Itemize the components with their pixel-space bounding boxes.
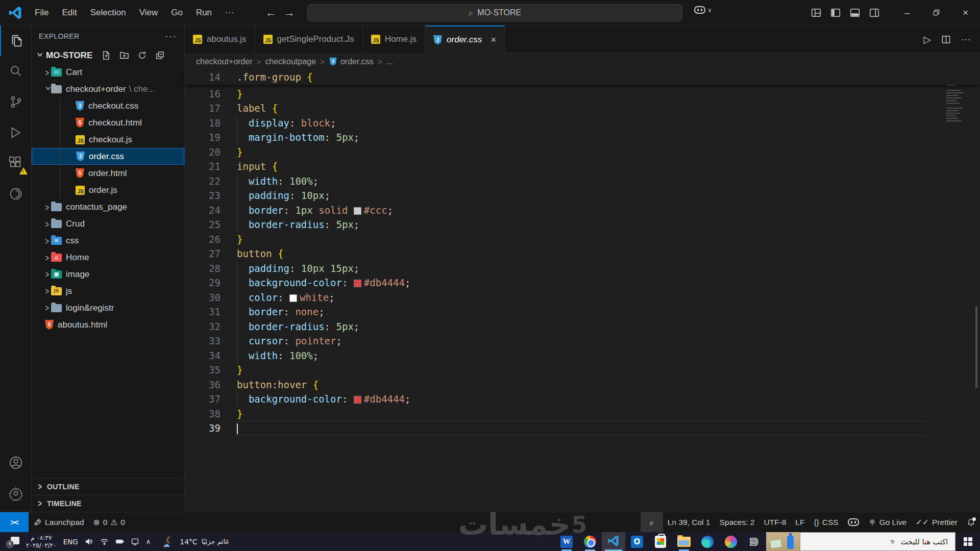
code-line-23[interactable]: 23 padding: 10px;: [185, 188, 980, 203]
menu-edit[interactable]: Edit: [57, 6, 82, 20]
taskbar-app-word[interactable]: W: [555, 532, 578, 551]
code-line-25[interactable]: 25 border-radius: 5px;: [185, 217, 980, 232]
tab-getsingleproduct.js[interactable]: JSgetSingleProduct.Js: [255, 26, 363, 53]
menu-run[interactable]: Run: [191, 6, 217, 20]
tree-item-login-registr[interactable]: >login&registr: [32, 299, 184, 316]
restore-button[interactable]: [922, 0, 951, 25]
tab-home.js[interactable]: JSHome.js: [363, 26, 425, 53]
problems-status[interactable]: ⊗ 0 ⚠ 0: [89, 512, 130, 533]
taskbar-app-explorer[interactable]: [672, 532, 696, 551]
extension-circle-icon[interactable]: [0, 179, 32, 209]
language-indicator[interactable]: ENG: [63, 538, 78, 546]
menu-go[interactable]: Go: [166, 6, 188, 20]
tree-item-checkout-js[interactable]: JScheckout.js: [32, 131, 184, 148]
toggle-secondary-sidebar-icon[interactable]: [869, 7, 880, 18]
code-line-19[interactable]: 19 margin-bottom: 5px;: [185, 130, 980, 145]
menu-file[interactable]: File: [30, 6, 54, 20]
code-line-36[interactable]: 36button:hover {: [185, 378, 980, 392]
close-window-button[interactable]: ×: [951, 0, 980, 25]
indentation-status[interactable]: Spaces: 2: [715, 512, 759, 533]
code-line-16[interactable]: 16}: [185, 87, 980, 102]
taskbar-app-designer[interactable]: [719, 532, 743, 551]
command-center-search[interactable]: ⌕ MO-STORE: [307, 4, 682, 21]
tree-item-order-html[interactable]: 5order.html: [32, 165, 184, 182]
explorer-view-icon[interactable]: [0, 26, 32, 56]
code-area[interactable]: 14.form-group { 16}17label {18 display: …: [185, 70, 980, 512]
forward-button[interactable]: →: [284, 6, 295, 19]
run-file-icon[interactable]: ▷: [923, 34, 931, 45]
code-line-33[interactable]: 33 cursor: pointer;: [185, 334, 980, 348]
minimize-button[interactable]: –: [893, 0, 922, 25]
back-button[interactable]: ←: [265, 6, 277, 19]
code-line-37[interactable]: 37 background-color: #db4444;: [185, 392, 980, 407]
tray-overflow-chevron[interactable]: ∧: [146, 538, 151, 545]
taskbar-clock[interactable]: ٠٨:٣٧ م ٢٠٢٥/٠٣/٢٠: [26, 534, 57, 549]
code-line-35[interactable]: 35}: [185, 363, 980, 378]
start-button[interactable]: [955, 532, 980, 551]
language-mode[interactable]: {} CSS: [809, 512, 843, 533]
tree-item-order-js[interactable]: JSorder.js: [32, 182, 184, 198]
wifi-icon[interactable]: [100, 537, 109, 546]
settings-gear-icon[interactable]: [0, 478, 32, 509]
breadcrumb-item[interactable]: ...: [386, 57, 393, 66]
code-line-29[interactable]: 29 background-color: #db4444;: [185, 276, 980, 290]
zoom-indicator[interactable]: ⌕: [641, 512, 663, 533]
code-line-39[interactable]: 39: [185, 421, 980, 436]
taskbar-app-chrome[interactable]: [578, 532, 602, 551]
source-control-icon[interactable]: [0, 87, 32, 117]
breadcrumb-item[interactable]: checkoutpage: [265, 57, 316, 66]
remote-indicator[interactable]: ><: [0, 512, 29, 533]
editor-scrollbar[interactable]: [975, 306, 977, 388]
menu-selection[interactable]: Selection: [85, 6, 131, 20]
tree-item-image[interactable]: >▣image: [32, 266, 184, 283]
tree-item-home[interactable]: >⌂Home: [32, 249, 184, 266]
toggle-primary-sidebar-icon[interactable]: [830, 7, 841, 18]
toggle-panel-icon[interactable]: [849, 7, 861, 18]
code-line-24[interactable]: 24 border: 1px solid #ccc;: [185, 203, 980, 218]
close-tab-icon[interactable]: ×: [491, 35, 496, 45]
cursor-position[interactable]: Ln 39, Col 1: [663, 512, 715, 533]
search-view-icon[interactable]: [0, 56, 32, 87]
tree-item-aboutus-html[interactable]: 5aboutus.html: [32, 316, 184, 333]
code-line-28[interactable]: 28 padding: 10px 15px;: [185, 261, 980, 276]
code-line-22[interactable]: 22 width: 100%;: [185, 174, 980, 189]
taskbar-app-edge[interactable]: [696, 532, 719, 551]
news-widget-thumbnail[interactable]: [766, 532, 800, 551]
code-line-20[interactable]: 20}: [185, 145, 980, 160]
action-center-icon[interactable]: 6: [7, 537, 19, 547]
refresh-icon[interactable]: [137, 51, 147, 60]
copilot-status[interactable]: [843, 512, 864, 533]
tree-item-js[interactable]: >JSjs: [32, 283, 184, 299]
new-folder-icon[interactable]: [119, 51, 129, 60]
code-line-38[interactable]: 38}: [185, 407, 980, 421]
tree-item-crud[interactable]: >Crud: [32, 215, 184, 232]
code-line-32[interactable]: 32 border-radius: 5px;: [185, 319, 980, 334]
code-line-18[interactable]: 18 display: block;: [185, 116, 980, 131]
tree-item-checkout-order[interactable]: >checkout+order\ che...: [32, 81, 184, 97]
explorer-more-actions[interactable]: ···: [165, 31, 177, 42]
screen-sketch-icon[interactable]: [131, 537, 139, 546]
tree-item-checkout-css[interactable]: 3checkout.css: [32, 97, 184, 114]
weather-widget[interactable]: ☾☁ 14°C غائم جزئيًا: [162, 536, 229, 547]
tree-item-contactus-page[interactable]: >contactus_page: [32, 198, 184, 215]
menu-view[interactable]: View: [134, 6, 163, 20]
encoding-status[interactable]: UTF-8: [759, 512, 791, 533]
code-line-17[interactable]: 17label {: [185, 101, 980, 116]
code-line-21[interactable]: 21input {: [185, 159, 980, 174]
code-line-34[interactable]: 34 width: 100%;: [185, 348, 980, 363]
battery-icon[interactable]: [115, 537, 124, 546]
code-line-30[interactable]: 30 color: white;: [185, 290, 980, 305]
extensions-icon[interactable]: [0, 148, 32, 179]
volume-icon[interactable]: [85, 537, 93, 546]
taskbar-app-outlook[interactable]: O: [625, 532, 649, 551]
code-line-31[interactable]: 31 border: none;: [185, 305, 980, 319]
section-outline[interactable]: >OUTLINE: [32, 478, 184, 495]
eol-status[interactable]: LF: [791, 512, 809, 533]
section-timeline[interactable]: >TIMELINE: [32, 495, 184, 512]
launchpad-status[interactable]: Launchpad: [29, 512, 89, 533]
task-view-button[interactable]: [743, 532, 766, 551]
prettier-status[interactable]: ✓✓ Prettier: [911, 512, 962, 533]
copilot-button[interactable]: ∨: [694, 6, 712, 14]
go-live-button[interactable]: Go Live: [864, 512, 911, 533]
tree-item-order-css[interactable]: 3order.css: [32, 148, 184, 165]
